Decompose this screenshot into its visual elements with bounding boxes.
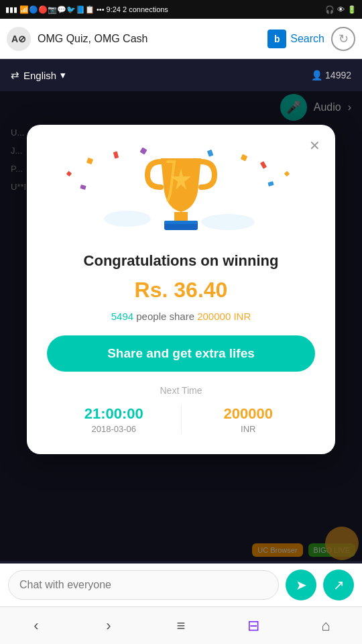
battery-icon: 🔋: [347, 5, 357, 14]
send-button[interactable]: ➤: [286, 570, 316, 600]
nav-bar: ‹ › ≡ ⊟ ⌂: [0, 606, 362, 644]
svg-rect-6: [80, 184, 86, 190]
tabs-button[interactable]: ⊟: [237, 609, 270, 643]
share-button[interactable]: Share and get extra lifes: [47, 335, 315, 372]
status-icons: 📶🔵🔴📷💬🐦📘📋: [19, 5, 95, 14]
back-icon: ‹: [34, 617, 38, 635]
trophy-area: [47, 145, 315, 239]
svg-rect-5: [260, 161, 267, 169]
svg-rect-0: [86, 158, 93, 164]
user-icon: 👤: [311, 70, 322, 80]
modal-card: ✕: [27, 125, 335, 454]
share-circle-button[interactable]: ↗: [323, 570, 354, 600]
search-label: Search: [290, 33, 324, 45]
home-icon: ⌂: [321, 617, 330, 635]
swap-icon: ⇄: [11, 69, 19, 81]
svg-rect-14: [164, 221, 198, 224]
share-info: 5494 people share 200000 INR: [47, 311, 315, 322]
menu-button[interactable]: ≡: [164, 609, 198, 643]
forward-icon: ›: [106, 617, 111, 635]
sub-bar: ⇄ English ▾ 👤 14992: [0, 59, 362, 91]
tabs-icon: ⊟: [247, 617, 259, 635]
trophy-icon: [141, 148, 221, 235]
dots-icon: •••: [97, 5, 105, 13]
prize-currency: INR: [241, 424, 255, 434]
share-count: 5494: [111, 311, 133, 322]
time-display: 9:24: [107, 5, 121, 13]
headphone-icon: 🎧: [325, 5, 335, 14]
browser-title: OMG Quiz, OMG Cash: [38, 33, 261, 45]
modal-overlay: ✕: [0, 91, 362, 561]
share-icon: ↗: [333, 577, 345, 593]
svg-rect-7: [267, 181, 274, 186]
logo-text: A⊘: [11, 34, 26, 44]
svg-rect-9: [284, 171, 290, 176]
menu-icon: ≡: [177, 617, 186, 635]
next-time-right: 200000 INR: [182, 405, 316, 434]
svg-rect-12: [174, 212, 188, 222]
signal-icon: ▮▮▮: [5, 5, 17, 14]
next-time-value: 21:00:00: [84, 405, 143, 423]
status-bar: ▮▮▮ 📶🔵🔴📷💬🐦📘📋 ••• 9:24 2 connections 🎧 👁 …: [0, 0, 362, 19]
reload-button[interactable]: ↻: [331, 27, 355, 51]
next-time-date: 2018-03-06: [92, 424, 137, 434]
congrats-title: Congratulations on winning: [47, 252, 315, 270]
chevron-down-icon: ▾: [60, 69, 66, 81]
browser-bar: A⊘ OMG Quiz, OMG Cash b Search ↻: [0, 19, 362, 59]
chat-input[interactable]: [8, 570, 279, 600]
forward-button[interactable]: ›: [92, 609, 125, 643]
search-area[interactable]: b Search: [267, 30, 324, 48]
home-button[interactable]: ⌂: [309, 609, 343, 643]
status-left: ▮▮▮ 📶🔵🔴📷💬🐦📘📋 ••• 9:24 2 connections: [5, 5, 168, 14]
share-amount: 200000 INR: [197, 311, 251, 322]
status-right: 🎧 👁 🔋: [325, 5, 357, 14]
next-time-left: 21:00:00 2018-03-06: [47, 405, 182, 434]
prize-value: 200000: [224, 405, 273, 423]
back-button[interactable]: ‹: [19, 609, 53, 643]
send-icon: ➤: [296, 577, 307, 593]
browser-logo: A⊘: [7, 27, 31, 51]
bing-icon: b: [267, 30, 286, 48]
eye-icon: 👁: [337, 5, 345, 13]
language-selector[interactable]: ⇄ English ▾: [11, 69, 66, 81]
users-count: 👤 14992: [311, 70, 351, 80]
chat-input-bar: ➤ ↗: [0, 564, 362, 606]
prize-amount: Rs. 36.40: [47, 278, 315, 303]
svg-rect-1: [113, 151, 119, 158]
next-time-label: Next Time: [47, 385, 315, 396]
svg-rect-8: [66, 171, 72, 176]
network-label: 2 connections: [123, 5, 168, 13]
next-time-row: 21:00:00 2018-03-06 200000 INR: [47, 405, 315, 434]
language-label: English: [23, 70, 56, 81]
share-text: people share: [136, 311, 197, 322]
svg-rect-4: [241, 154, 248, 162]
count-value: 14992: [325, 70, 351, 80]
